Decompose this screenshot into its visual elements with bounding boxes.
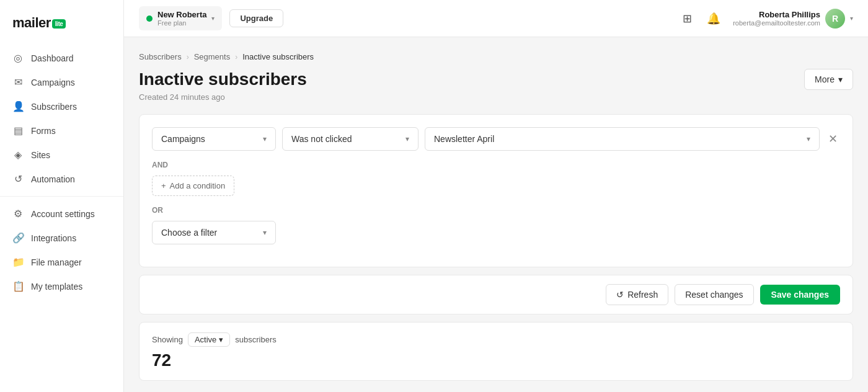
topbar-left: New Roberta Free plan ▾ Upgrade <box>139 6 283 30</box>
sidebar-item-sites[interactable]: ◈ Sites <box>0 143 123 167</box>
breadcrumb-segments[interactable]: Segments <box>194 52 231 61</box>
page-content: Subscribers › Segments › Inactive subscr… <box>124 37 868 392</box>
add-icon: + <box>161 181 166 190</box>
subscribers-icon: 👤 <box>12 100 24 112</box>
filter-condition-chevron-icon: ▾ <box>405 135 409 143</box>
showing-label: Showing <box>152 335 183 344</box>
choose-filter-chevron-icon: ▾ <box>263 228 267 237</box>
filter-type-chevron-icon: ▾ <box>263 135 267 143</box>
breadcrumb-current: Inactive subscribers <box>242 52 314 61</box>
refresh-icon: ↺ <box>616 290 624 300</box>
refresh-button[interactable]: ↺ Refresh <box>606 284 668 305</box>
workspace-name: New Roberta <box>157 10 206 19</box>
logo-badge: lite <box>52 19 66 29</box>
sidebar: mailerlite ◎ Dashboard ✉ Campaigns 👤 Sub… <box>0 0 124 392</box>
sidebar-item-subscribers[interactable]: 👤 Subscribers <box>0 94 123 118</box>
filter-remove-icon: ✕ <box>828 132 838 146</box>
sidebar-item-campaigns[interactable]: ✉ Campaigns <box>0 70 123 94</box>
grid-icon-button[interactable]: ⊞ <box>680 9 694 28</box>
count-row: Showing Active ▾ subscribers <box>152 332 840 347</box>
user-name: Roberta Phillips <box>733 10 820 19</box>
sidebar-item-label: Account settings <box>31 209 95 219</box>
dashboard-icon: ◎ <box>12 52 24 64</box>
topbar-right: ⊞ 🔔 Roberta Phillips roberta@emailtoolte… <box>680 9 853 29</box>
page-title: Inactive subscribers <box>139 69 307 90</box>
workspace-status-dot <box>146 16 153 22</box>
filter-condition-value: Was not clicked <box>291 134 352 144</box>
sidebar-item-integrations[interactable]: 🔗 Integrations <box>0 226 123 250</box>
filter-row: Campaigns ▾ Was not clicked ▾ Newsletter… <box>152 127 840 151</box>
sidebar-item-forms[interactable]: ▤ Forms <box>0 118 123 143</box>
filter-condition-select[interactable]: Was not clicked ▾ <box>282 127 418 151</box>
user-avatar: R <box>825 9 845 29</box>
refresh-label: Refresh <box>627 290 658 300</box>
topbar: New Roberta Free plan ▾ Upgrade ⊞ 🔔 Robe… <box>124 0 868 37</box>
workspace-plan: Free plan <box>157 19 206 27</box>
page-header-left: Inactive subscribers Created 24 minutes … <box>139 69 307 102</box>
workspace-selector[interactable]: New Roberta Free plan ▾ <box>139 6 222 30</box>
sidebar-item-label: Dashboard <box>31 53 74 63</box>
sidebar-item-label: Integrations <box>31 233 76 243</box>
subscribers-label: subscribers <box>235 335 276 344</box>
choose-filter-select[interactable]: Choose a filter ▾ <box>152 221 276 244</box>
active-label: Active <box>195 335 216 344</box>
workspace-chevron-icon: ▾ <box>211 15 215 22</box>
add-condition-button[interactable]: + Add a condition <box>152 176 234 196</box>
breadcrumb: Subscribers › Segments › Inactive subscr… <box>139 52 853 61</box>
active-chevron-icon: ▾ <box>219 335 223 344</box>
file-manager-icon: 📁 <box>12 256 24 268</box>
user-chevron-icon: ▾ <box>850 15 853 22</box>
count-card: Showing Active ▾ subscribers 72 <box>139 322 853 381</box>
automation-icon: ↺ <box>12 173 24 185</box>
more-button[interactable]: More ▾ <box>804 69 853 90</box>
sidebar-item-label: Campaigns <box>31 78 75 87</box>
filter-value-select[interactable]: Newsletter April ▾ <box>425 127 820 151</box>
sidebar-item-file-manager[interactable]: 📁 File manager <box>0 250 123 274</box>
breadcrumb-subscribers[interactable]: Subscribers <box>139 52 182 61</box>
my-templates-icon: 📋 <box>12 280 24 292</box>
logo-text: mailerlite <box>12 15 66 31</box>
filter-remove-button[interactable]: ✕ <box>826 130 840 148</box>
page-subtitle: Created 24 minutes ago <box>139 92 307 102</box>
filter-card: Campaigns ▾ Was not clicked ▾ Newsletter… <box>139 114 853 267</box>
add-condition-label: Add a condition <box>170 181 226 190</box>
reset-button[interactable]: Reset changes <box>675 284 753 305</box>
filter-type-select[interactable]: Campaigns ▾ <box>152 127 276 151</box>
sidebar-item-automation[interactable]: ↺ Automation <box>0 167 123 191</box>
more-chevron-icon: ▾ <box>838 74 843 84</box>
upgrade-button[interactable]: Upgrade <box>229 9 283 27</box>
user-details: Roberta Phillips roberta@emailtooltester… <box>733 10 820 27</box>
sites-icon: ◈ <box>12 149 24 161</box>
forms-icon: ▤ <box>12 125 24 136</box>
breadcrumb-sep-2: › <box>235 53 237 61</box>
page-header: Inactive subscribers Created 24 minutes … <box>139 69 853 102</box>
logo: mailerlite <box>0 10 123 43</box>
integrations-icon: 🔗 <box>12 232 24 244</box>
save-button[interactable]: Save changes <box>760 285 840 305</box>
notifications-icon-button[interactable]: 🔔 <box>704 9 723 28</box>
action-bar: ↺ Refresh Reset changes Save changes <box>139 275 853 314</box>
active-filter-select[interactable]: Active ▾ <box>188 332 230 347</box>
sidebar-item-dashboard[interactable]: ◎ Dashboard <box>0 46 123 70</box>
sidebar-nav: ◎ Dashboard ✉ Campaigns 👤 Subscribers ▤ … <box>0 43 123 382</box>
filter-value-text: Newsletter April <box>434 134 494 144</box>
account-settings-icon: ⚙ <box>12 208 24 220</box>
filter-type-value: Campaigns <box>161 134 205 144</box>
breadcrumb-sep-1: › <box>187 53 189 61</box>
sidebar-item-my-templates[interactable]: 📋 My templates <box>0 274 123 298</box>
sidebar-item-label: Sites <box>31 150 50 160</box>
or-label: OR <box>152 206 840 215</box>
choose-filter-row: Choose a filter ▾ <box>152 221 840 244</box>
more-button-label: More <box>815 74 835 84</box>
sidebar-item-label: Forms <box>31 126 56 136</box>
sidebar-item-label: Subscribers <box>31 102 77 112</box>
choose-filter-placeholder: Choose a filter <box>161 228 217 238</box>
sidebar-item-label: Automation <box>31 174 75 184</box>
user-menu[interactable]: Roberta Phillips roberta@emailtooltester… <box>733 9 853 29</box>
sidebar-item-label: My templates <box>31 282 82 292</box>
workspace-info: New Roberta Free plan <box>157 10 206 27</box>
user-email: roberta@emailtooltester.com <box>733 19 820 27</box>
and-label: AND <box>152 161 840 169</box>
sidebar-item-label: File manager <box>31 257 82 267</box>
sidebar-item-account-settings[interactable]: ⚙ Account settings <box>0 202 123 226</box>
